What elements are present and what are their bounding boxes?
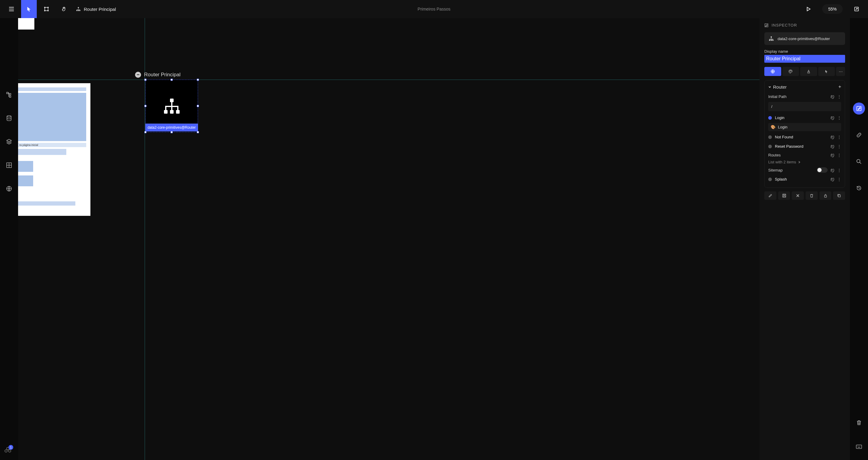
- action-delete[interactable]: [806, 191, 818, 200]
- zoom-indicator[interactable]: 55%: [822, 4, 843, 14]
- sitemap-toggle[interactable]: [817, 167, 828, 173]
- preview-frame[interactable]: ra página inicial: [18, 83, 90, 216]
- canvas[interactable]: ra página inicial − Router Principal: [18, 18, 769, 460]
- fx-button[interactable]: f(): [831, 135, 834, 139]
- svg-rect-3: [45, 7, 48, 11]
- section-title: Router: [773, 84, 786, 90]
- more-button[interactable]: ⋮: [837, 153, 841, 157]
- cursor-icon: [26, 6, 32, 12]
- action-save[interactable]: [778, 191, 790, 200]
- action-copy[interactable]: [833, 191, 845, 200]
- more-button[interactable]: ⋮: [837, 177, 841, 181]
- component-chip[interactable]: data2-core-primitives@Router: [764, 32, 845, 45]
- routes-summary[interactable]: List with 2 items: [768, 159, 841, 165]
- svg-rect-27: [856, 445, 862, 449]
- tab-properties[interactable]: [764, 67, 781, 76]
- trash-panel-button[interactable]: [853, 417, 865, 429]
- right-sidebar: [850, 18, 868, 460]
- svg-rect-41: [177, 107, 179, 110]
- more-button[interactable]: ⋮: [837, 116, 841, 120]
- resize-handle-bm[interactable]: [170, 131, 173, 133]
- svg-rect-13: [7, 92, 8, 94]
- topbar: Router Principal Primeiros Passos 55%: [0, 0, 868, 18]
- search-panel-button[interactable]: [853, 156, 865, 167]
- routes-summary-text: List with 2 items: [768, 160, 796, 164]
- chevron-down-icon[interactable]: [768, 85, 771, 88]
- display-name-input[interactable]: [764, 55, 845, 63]
- resize-handle-bl[interactable]: [144, 131, 147, 133]
- edit-icon: [856, 106, 862, 111]
- globe-panel-button[interactable]: [5, 184, 13, 193]
- close-icon: [796, 194, 800, 197]
- fx-button[interactable]: f(): [831, 116, 834, 120]
- tab-interaction[interactable]: [818, 67, 835, 76]
- svg-point-6: [44, 10, 45, 11]
- tab-typography[interactable]: [800, 67, 817, 76]
- edit-panel-button[interactable]: [853, 102, 865, 115]
- page-title: Primeiros Passos: [418, 7, 451, 11]
- trash-icon: [856, 420, 862, 425]
- action-edit[interactable]: [764, 191, 776, 200]
- svg-line-26: [860, 162, 861, 164]
- svg-point-5: [48, 7, 49, 8]
- more-button[interactable]: ⋮: [837, 168, 841, 173]
- data-panel-button[interactable]: [5, 114, 13, 122]
- menu-button[interactable]: [4, 0, 19, 18]
- resize-handle-tm[interactable]: [170, 79, 173, 81]
- svg-rect-36: [176, 110, 180, 114]
- tab-more[interactable]: ⋯: [836, 67, 845, 76]
- layers-icon: [6, 139, 12, 145]
- preview-small-2: [18, 176, 33, 186]
- svg-rect-14: [9, 93, 11, 95]
- initial-path-input[interactable]: [768, 102, 841, 111]
- fx-button[interactable]: f(): [831, 144, 834, 149]
- more-button[interactable]: ⋮: [837, 135, 841, 139]
- fx-button[interactable]: f(): [831, 94, 834, 99]
- collapse-icon[interactable]: −: [135, 72, 141, 78]
- history-panel-button[interactable]: [853, 182, 865, 194]
- resize-handle-ml[interactable]: [144, 105, 147, 107]
- svg-rect-55: [838, 195, 841, 197]
- keyboard-panel-button[interactable]: [853, 441, 865, 453]
- resize-handle-tr[interactable]: [197, 79, 199, 81]
- fx-button[interactable]: f(): [831, 168, 834, 173]
- route-linked-value[interactable]: 🎨 Login: [768, 123, 841, 131]
- tree-panel-button[interactable]: [5, 90, 13, 99]
- action-lock[interactable]: [819, 191, 832, 200]
- layers-panel-button[interactable]: [5, 137, 13, 146]
- select-tool[interactable]: [21, 0, 37, 18]
- svg-rect-38: [165, 106, 179, 107]
- export-button[interactable]: [849, 0, 864, 18]
- breadcrumb[interactable]: Router Principal: [76, 7, 116, 12]
- grid-panel-button[interactable]: [5, 161, 13, 170]
- lock-icon: [824, 193, 828, 198]
- resize-handle-mr[interactable]: [197, 105, 199, 107]
- svg-point-4: [44, 7, 45, 8]
- svg-rect-51: [782, 194, 786, 197]
- resize-handle-br[interactable]: [197, 131, 199, 133]
- fx-button[interactable]: f(): [831, 153, 834, 157]
- play-button[interactable]: [801, 0, 816, 18]
- node-label[interactable]: − Router Principal: [135, 72, 181, 78]
- fx-button[interactable]: f(): [831, 177, 834, 181]
- more-button[interactable]: ⋮: [837, 144, 841, 149]
- left-sidebar: 1: [0, 18, 18, 460]
- grid-icon: [6, 162, 12, 168]
- more-button[interactable]: ⋮: [837, 94, 841, 99]
- collaborators-count: 1: [8, 445, 13, 450]
- tab-style[interactable]: [782, 67, 799, 76]
- collaborators-button[interactable]: 1: [4, 447, 11, 453]
- action-close[interactable]: [792, 191, 804, 200]
- svg-rect-9: [76, 10, 78, 11]
- sitemap-label: Sitemap: [768, 168, 783, 173]
- svg-point-49: [790, 70, 790, 71]
- link-panel-button[interactable]: [853, 129, 865, 141]
- preview-bar: [18, 87, 86, 91]
- hand-tool[interactable]: [56, 0, 72, 18]
- svg-rect-10: [78, 10, 79, 11]
- node-caption[interactable]: data2-core-primitives@Router: [145, 124, 198, 131]
- route-status-dot: [768, 116, 772, 120]
- section-add-button[interactable]: +: [838, 84, 841, 90]
- frame-tool[interactable]: [38, 0, 54, 18]
- resize-handle-tl[interactable]: [144, 79, 147, 81]
